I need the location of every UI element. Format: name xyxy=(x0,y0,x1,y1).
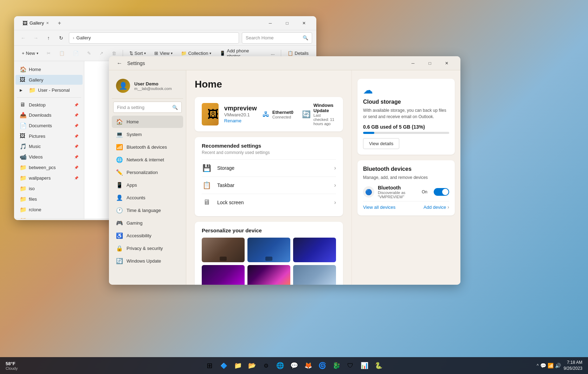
wallpaper-2[interactable] xyxy=(247,238,290,262)
pin-icon: 📌 xyxy=(74,103,78,107)
settings-nav-system[interactable]: 💻 System xyxy=(112,128,183,141)
settings-nav-privacy[interactable]: 🔒 Privacy & security xyxy=(112,242,183,254)
cut-button[interactable]: ✂ xyxy=(43,49,54,57)
refresh-button[interactable]: ↻ xyxy=(56,33,66,43)
paste-button[interactable]: 📄 xyxy=(70,49,82,57)
profile-rename-link[interactable]: Rename xyxy=(224,118,241,123)
sidebar-item-files[interactable]: 📁 files xyxy=(15,194,83,204)
recommended-card: Recommended settings Recent and commonly… xyxy=(195,137,343,216)
settings-nav-accounts[interactable]: 👤 Accounts xyxy=(112,192,183,204)
settings-taskbar-btn[interactable]: ⚙ xyxy=(260,359,272,372)
wallpaper-4[interactable] xyxy=(202,265,245,285)
taskbar: 58°F Cloudy ⊞ 🔷 📁 📂 ⚙ 🌐 💬 🦊 🌀 🐉 🛡 📊 🐍 ^ … xyxy=(0,357,588,374)
explorer-minimize-btn[interactable]: ─ xyxy=(262,18,278,29)
settings-back-button[interactable]: ← xyxy=(115,58,124,68)
settings-nav-time[interactable]: 🕐 Time & language xyxy=(112,204,183,217)
storage-rec-item[interactable]: 💾 Storage › xyxy=(202,159,336,176)
ethernet-status: 🖧 Ethernet0 Connected xyxy=(263,103,293,126)
back-button[interactable]: ← xyxy=(18,33,28,43)
settings-nav-gaming[interactable]: 🎮 Gaming xyxy=(112,217,183,229)
details-icon: 📋 xyxy=(287,51,293,56)
opera-taskbar-btn[interactable]: 🛡 xyxy=(344,359,357,372)
start-button[interactable]: ⊞ xyxy=(203,359,216,372)
tray-chat-icon: 💬 xyxy=(540,363,546,368)
sidebar-item-iso[interactable]: 📁 iso xyxy=(15,183,83,194)
privacy-nav-icon: 🔒 xyxy=(116,245,123,252)
settings-maximize-btn[interactable]: □ xyxy=(422,58,438,69)
wallpaper-6[interactable] xyxy=(293,265,336,285)
rename-button[interactable]: ✎ xyxy=(84,49,95,57)
sidebar-item-gallery[interactable]: 🖼 Gallery xyxy=(15,75,83,85)
settings-right-panel: ☁ Cloud storage With available storage, … xyxy=(351,70,460,285)
terminal-taskbar-btn[interactable]: 💬 xyxy=(288,359,301,372)
storage-used-label: 0.6 GB used of 5 GB (13%) xyxy=(363,124,449,130)
sidebar-item-desktop[interactable]: 🖥 Desktop 📌 xyxy=(15,100,83,110)
collection-dropdown-icon: ▾ xyxy=(209,51,211,55)
pictures-icon: 🖼 xyxy=(20,133,26,139)
sidebar-item-music[interactable]: 🎵 Music 📌 xyxy=(15,141,83,151)
explorer-maximize-btn[interactable]: □ xyxy=(279,18,295,29)
sidebar-item-wallpapers[interactable]: 📁 wallpapers 📌 xyxy=(15,173,83,183)
chrome-taskbar-btn[interactable]: 🐉 xyxy=(330,359,343,372)
view-all-devices-link[interactable]: View all devices xyxy=(363,205,395,210)
sidebar-item-home[interactable]: 🏠 Home xyxy=(15,64,83,75)
edge-taskbar-btn[interactable]: 🌐 xyxy=(274,359,286,372)
copy-button[interactable]: 📋 xyxy=(56,49,68,57)
wallpaper-3[interactable] xyxy=(293,238,336,262)
sidebar-item-downloads[interactable]: 📥 Downloads 📌 xyxy=(15,110,83,120)
explorer-close-btn[interactable]: ✕ xyxy=(296,18,312,29)
share-button[interactable]: ↗ xyxy=(96,49,107,57)
apps-nav-icon: 📱 xyxy=(116,182,123,188)
tab-close-btn[interactable]: ✕ xyxy=(46,21,49,25)
update-info: Windows Update Last checked: 11 hours ag… xyxy=(314,103,336,126)
add-device-link[interactable]: Add device xyxy=(424,205,446,210)
sidebar-item-user[interactable]: ▶ 📁 User - Personal xyxy=(15,85,83,95)
settings-user-profile[interactable]: 👤 User Demo m__lab@outlook.com xyxy=(112,76,183,99)
settings-nav-apps[interactable]: 📱 Apps xyxy=(112,179,183,191)
explorer-window-controls: ─ □ ✕ xyxy=(262,18,312,29)
settings-nav-windows-update[interactable]: 🔄 Windows Update xyxy=(112,255,183,267)
settings-nav-bluetooth[interactable]: 📶 Bluetooth & devices xyxy=(112,141,183,153)
up-button[interactable]: ↑ xyxy=(44,33,53,43)
sidebar-item-pictures[interactable]: 🖼 Pictures 📌 xyxy=(15,131,83,141)
taskbar-folder-btn[interactable]: 📂 xyxy=(246,359,258,372)
lockscreen-label: Lock screen xyxy=(217,200,334,205)
sidebar-item-rclone[interactable]: 📁 rclone xyxy=(15,205,83,215)
forward-button[interactable]: → xyxy=(31,33,41,43)
view-details-button[interactable]: View details xyxy=(363,138,399,149)
file-explorer-taskbar-btn[interactable]: 📁 xyxy=(232,359,244,372)
system-tray[interactable]: ^ 💬 📶 🔊 xyxy=(537,363,561,368)
extra-taskbar-btn[interactable]: 🐍 xyxy=(372,359,385,372)
sidebar-item-documents[interactable]: 📄 Documents 📌 xyxy=(15,121,83,131)
wallpaper-5[interactable] xyxy=(247,265,290,285)
wallpaper-1[interactable] xyxy=(202,238,245,262)
tab-gallery[interactable]: 🖼 Gallery ✕ xyxy=(18,19,53,27)
storage-total-value: 5 GB xyxy=(399,124,411,130)
sidebar-item-scripts[interactable]: 📁 Scripts xyxy=(15,215,83,219)
bluetooth-toggle[interactable] xyxy=(434,188,449,196)
sidebar-item-videos[interactable]: 📹 Videos 📌 xyxy=(15,152,83,162)
search-bar[interactable]: Search Home 🔍 xyxy=(242,32,312,44)
settings-nav-accessibility[interactable]: ♿ Accessibility xyxy=(112,230,183,242)
settings-nav-personalization[interactable]: ✏️ Personalization xyxy=(112,166,183,179)
settings-nav-home[interactable]: 🏠 Home xyxy=(112,116,183,128)
address-bar[interactable]: › Gallery xyxy=(69,32,239,44)
lockscreen-rec-item[interactable]: 🖥 Lock screen › xyxy=(202,194,336,211)
onenote-taskbar-btn[interactable]: 📊 xyxy=(358,359,371,372)
settings-search-bar[interactable]: Find a setting 🔍 xyxy=(113,102,182,113)
sidebar-item-between-pcs[interactable]: 📁 between_pcs 📌 xyxy=(15,162,83,173)
explorer-sidebar: 🏠 Home 🖼 Gallery ▶ 📁 User - Personal 🖥 D… xyxy=(14,61,84,219)
taskbar-clock[interactable]: 7:18 AM 9/26/2023 xyxy=(564,360,582,372)
tray-volume-icon: 🔊 xyxy=(555,363,561,368)
brave-taskbar-btn[interactable]: 🌀 xyxy=(316,359,329,372)
new-tab-button[interactable]: + xyxy=(54,18,64,28)
widgets-button[interactable]: 🔷 xyxy=(218,359,230,372)
bluetooth-icon: 🔵 xyxy=(363,186,374,198)
firefox-taskbar-btn[interactable]: 🦊 xyxy=(302,359,315,372)
taskbar-rec-item[interactable]: 📋 Taskbar › xyxy=(202,176,336,194)
settings-close-btn[interactable]: ✕ xyxy=(439,58,455,69)
new-button[interactable]: + New ▾ xyxy=(18,49,42,57)
settings-nav-network[interactable]: 🌐 Network & internet xyxy=(112,154,183,166)
settings-minimize-btn[interactable]: ─ xyxy=(405,58,421,69)
taskbar-weather[interactable]: 58°F Cloudy xyxy=(6,361,18,370)
